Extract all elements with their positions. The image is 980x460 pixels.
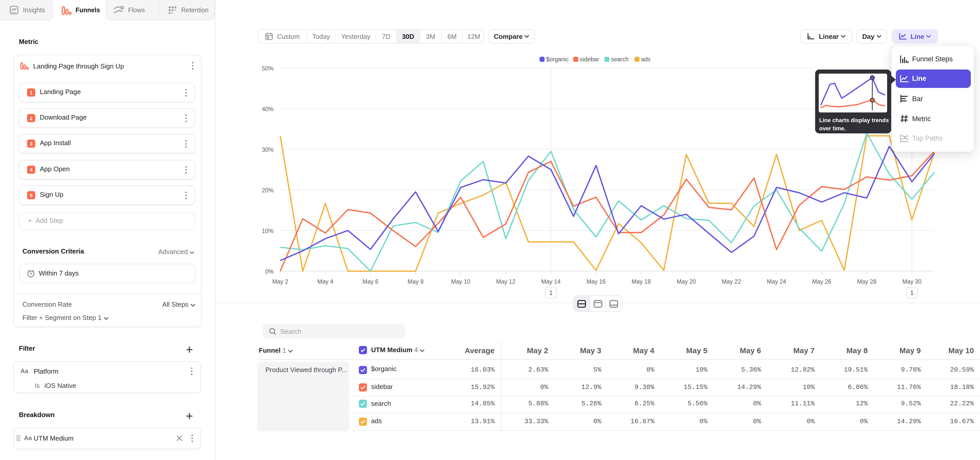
svg-text:May 30: May 30	[902, 278, 921, 285]
svg-text:May 18: May 18	[632, 278, 651, 285]
svg-text:May 24: May 24	[767, 278, 786, 285]
svg-text:50%: 50%	[262, 65, 274, 72]
svg-text:1: 1	[549, 289, 552, 296]
svg-text:May 20: May 20	[676, 278, 696, 285]
svg-text:May 28: May 28	[857, 278, 877, 285]
svg-text:May 8: May 8	[407, 278, 424, 285]
svg-text:10%: 10%	[262, 228, 274, 234]
svg-text:20%: 20%	[262, 187, 274, 194]
svg-text:May 26: May 26	[812, 278, 831, 285]
svg-text:May 10: May 10	[451, 278, 470, 285]
svg-text:May 6: May 6	[363, 278, 379, 285]
svg-text:May 14: May 14	[541, 278, 561, 285]
svg-text:30%: 30%	[262, 147, 274, 153]
svg-text:May 22: May 22	[722, 278, 741, 285]
svg-text:May 16: May 16	[587, 278, 606, 285]
svg-text:0%: 0%	[265, 268, 274, 275]
svg-text:May 2: May 2	[272, 278, 288, 285]
svg-text:May 12: May 12	[496, 278, 515, 285]
svg-text:May 4: May 4	[317, 278, 333, 285]
svg-text:1: 1	[910, 289, 914, 296]
svg-text:40%: 40%	[262, 106, 274, 112]
